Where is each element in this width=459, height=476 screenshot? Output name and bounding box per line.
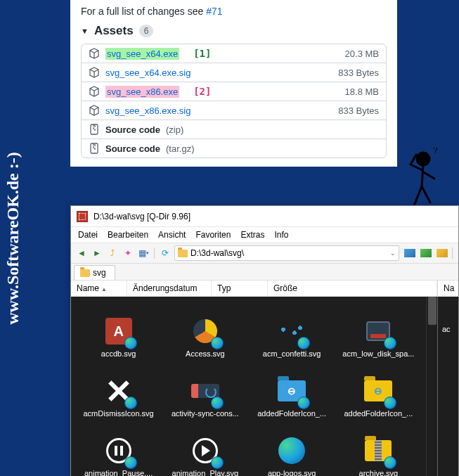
file-thumbnail-icon <box>188 434 222 468</box>
menu-ansicht[interactable]: Ansicht <box>158 230 186 240</box>
asset-link[interactable]: svg_see_x64.exe <box>105 49 179 59</box>
file-thumbnail-icon <box>188 374 222 408</box>
right-pane: ac <box>437 297 458 476</box>
file-thumbnail-icon <box>102 434 136 468</box>
tab-label: svg <box>93 268 106 278</box>
asset-row: svg_see_x86.exe.sig833 Bytes <box>82 101 386 120</box>
menu-bar: DateiBearbeitenAnsichtFavoritenExtrasInf… <box>71 227 458 243</box>
file-item[interactable]: app-logos.svg <box>249 420 335 476</box>
edge-overlay-icon <box>384 397 396 409</box>
asset-row: svg_see_x64.exe[1]20.3 MB <box>82 44 386 63</box>
folder-icon <box>178 250 188 257</box>
menu-favoriten[interactable]: Favoriten <box>195 230 231 240</box>
edge-overlay-icon <box>124 337 137 349</box>
asset-row: svg_see_x64.exe.sig833 Bytes <box>82 63 386 82</box>
nav-forward-icon[interactable]: ► <box>91 247 103 259</box>
titlebar[interactable]: D:\3d-wal\svg [Q-Dir 9.96] <box>71 206 458 227</box>
col-type[interactable]: Typ <box>212 281 268 296</box>
assets-header[interactable]: ▼ Assets 6 <box>81 24 387 38</box>
asset-link[interactable]: svg_see_x86.exe.sig <box>105 105 190 116</box>
svg-rect-1 <box>91 143 98 153</box>
tab-svg[interactable]: svg <box>74 265 115 280</box>
file-item[interactable]: acm_confetti.svg <box>249 301 335 361</box>
file-thumbnail-icon <box>188 314 222 348</box>
col-size[interactable]: Größe <box>268 281 437 296</box>
asset-size: 833 Bytes <box>338 67 379 78</box>
file-label: accdb.svg <box>101 349 136 358</box>
nav-back-icon[interactable]: ◄ <box>75 247 88 259</box>
thinking-figure-icon: ? <box>401 148 443 211</box>
dropdown-icon[interactable]: ⌄ <box>390 250 396 257</box>
svg-rect-0 <box>91 124 98 134</box>
file-item[interactable]: archive.svg <box>335 420 422 476</box>
path-input[interactable] <box>190 248 387 258</box>
col-name[interactable]: Name▲ <box>71 281 127 296</box>
note-prefix: For a full list of changes see <box>81 6 206 17</box>
color-swatch-blue[interactable] <box>404 249 415 257</box>
address-bar[interactable]: ⌄ <box>174 245 399 261</box>
edge-overlay-icon <box>384 337 396 349</box>
menu-extras[interactable]: Extras <box>240 230 264 240</box>
col-name-right[interactable]: Na <box>438 281 459 296</box>
separator <box>154 247 155 259</box>
color-swatch-green[interactable] <box>420 249 432 257</box>
file-thumbnail-icon <box>102 314 136 348</box>
file-label: Access.svg <box>186 349 225 358</box>
file-manager-window: D:\3d-wal\svg [Q-Dir 9.96] DateiBearbeit… <box>70 205 459 476</box>
file-thumbnail-icon <box>361 434 395 468</box>
asset-link[interactable]: Source code <box>105 143 160 154</box>
file-item[interactable]: animation_Play.svg <box>162 420 248 476</box>
asset-link[interactable]: svg_see_x64.exe.sig <box>105 67 190 78</box>
file-label: acm_confetti.svg <box>263 349 321 358</box>
file-item[interactable]: acmDismissIcon.svg <box>75 361 162 420</box>
file-label: archive.svg <box>359 469 399 476</box>
file-item[interactable]: activity-sync-cons... <box>162 361 248 420</box>
annotation: [1] <box>193 48 211 59</box>
edge-overlay-icon <box>297 337 310 349</box>
file-item[interactable]: acm_low_disk_spa... <box>335 301 422 361</box>
folder-icon <box>80 269 90 277</box>
assets-count-badge: 6 <box>139 25 154 37</box>
view-mode-icon[interactable]: ▦▾ <box>137 247 150 259</box>
asset-link[interactable]: svg_see_x86.exe <box>105 86 179 97</box>
file-item[interactable]: addedFolderIcon_... <box>249 361 335 420</box>
file-label: activity-sync-cons... <box>172 409 239 418</box>
menu-bearbeiten[interactable]: Bearbeiten <box>108 230 148 240</box>
issue-link[interactable]: #71 <box>206 6 222 17</box>
svg-text:?: ? <box>433 148 438 155</box>
file-item[interactable]: animation_Pause.... <box>75 420 162 476</box>
file-item[interactable]: addedFolderIcon_... <box>335 361 422 420</box>
file-item[interactable]: Access.svg <box>162 301 248 361</box>
file-label: acmDismissIcon.svg <box>84 409 154 418</box>
app-icon <box>77 211 88 222</box>
file-label: addedFolderIcon_... <box>257 409 326 418</box>
github-assets-panel: For a full list of changes see #71 ▼ Ass… <box>70 0 397 167</box>
favorites-icon[interactable]: ✦ <box>122 247 134 259</box>
menu-datei[interactable]: Datei <box>78 230 98 240</box>
color-swatch-yellow[interactable] <box>437 249 448 257</box>
refresh-icon[interactable]: ⟳ <box>159 247 172 259</box>
asset-link[interactable]: Source code <box>105 124 160 135</box>
right-pane-body: ac <box>438 297 458 463</box>
annotation: [2] <box>193 86 211 97</box>
file-thumbnail-icon <box>361 314 395 348</box>
file-grid[interactable]: accdb.svgAccess.svgacm_confetti.svgacm_l… <box>71 297 426 476</box>
file-label: animation_Play.svg <box>172 469 239 476</box>
nav-up-icon[interactable]: ⤴ <box>106 247 119 259</box>
file-thumbnail-icon <box>275 314 309 348</box>
edge-overlay-icon <box>124 456 137 469</box>
asset-row: Source code (zip) <box>82 120 386 139</box>
edge-overlay-icon <box>211 397 224 409</box>
edge-overlay-icon <box>124 397 137 409</box>
col-date[interactable]: Änderungsdatum <box>127 281 212 296</box>
file-item[interactable]: accdb.svg <box>75 301 162 361</box>
asset-row: Source code (tar.gz) <box>82 139 386 157</box>
separator <box>452 247 453 259</box>
menu-info[interactable]: Info <box>274 230 288 240</box>
svg-point-2 <box>417 153 429 165</box>
scroll-thumb[interactable] <box>428 297 437 325</box>
file-thumbnail-icon <box>275 434 309 468</box>
scrollbar[interactable] <box>426 297 437 476</box>
edge-overlay-icon <box>211 456 224 469</box>
file-label: animation_Pause.... <box>84 469 153 476</box>
